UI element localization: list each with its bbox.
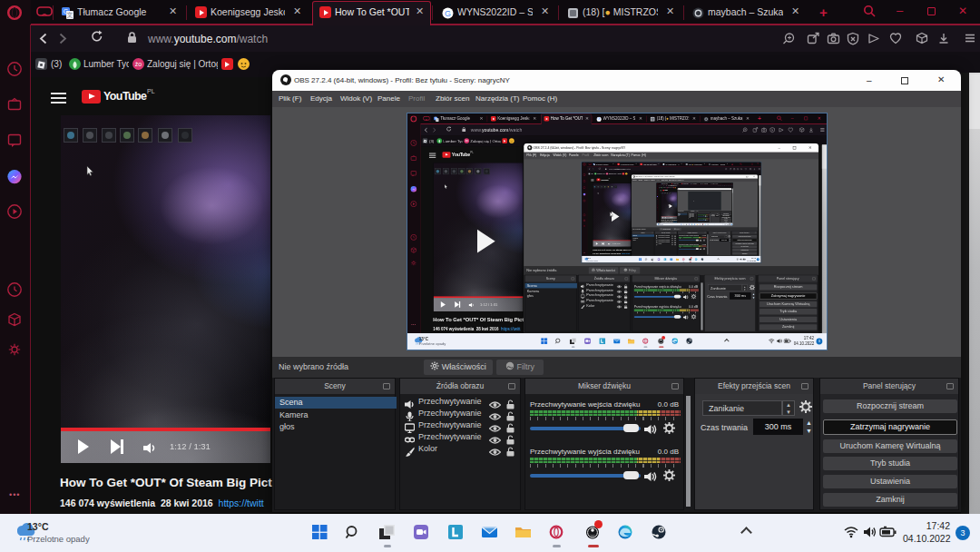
svg-text:文: 文 — [67, 11, 74, 18]
svg-text:G: G — [598, 117, 601, 121]
svg-text:文: 文 — [436, 118, 438, 122]
svg-text:G: G — [445, 9, 451, 18]
